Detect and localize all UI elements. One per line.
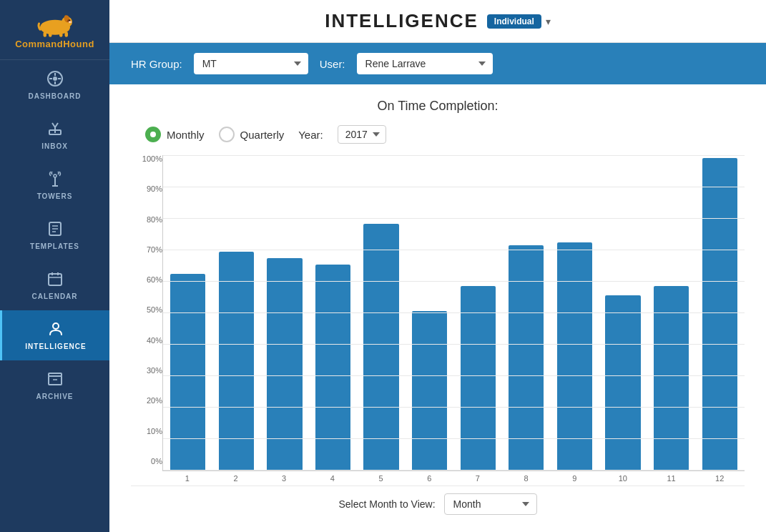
bar[interactable] xyxy=(654,286,689,471)
x-label: 5 xyxy=(359,474,403,483)
svg-rect-6 xyxy=(43,31,46,37)
bar-col xyxy=(456,158,500,471)
bar-col xyxy=(311,158,355,471)
sidebar-item-archive[interactable]: ARCHIVE xyxy=(0,360,109,410)
bar-col xyxy=(262,158,307,471)
archive-icon xyxy=(46,370,64,390)
bar[interactable] xyxy=(267,258,302,471)
x-label: 8 xyxy=(504,474,549,483)
templates-label: TEMPLATES xyxy=(30,242,79,250)
app-logo: CommandHound xyxy=(0,0,109,60)
bar[interactable] xyxy=(605,295,640,471)
hr-group-select[interactable]: MT All Group A Group B xyxy=(194,53,308,74)
bar[interactable] xyxy=(702,158,737,471)
sidebar-item-calendar[interactable]: CALENDAR xyxy=(0,260,109,310)
bar-col xyxy=(166,158,210,471)
main-content: INTELLIGENCE Individual ▾ HR Group: MT A… xyxy=(109,0,766,532)
bar-col xyxy=(408,158,452,471)
sidebar: CommandHound DASHBOARD INBOX TOWERS TEMP… xyxy=(0,0,109,532)
bar[interactable] xyxy=(461,286,496,471)
year-label: Year: xyxy=(298,129,323,141)
sidebar-item-intelligence[interactable]: INTELLIGENCE xyxy=(0,310,109,360)
x-label: 1 xyxy=(165,474,210,483)
towers-icon xyxy=(46,170,64,189)
bar-chart: 100% 90% 80% 70% 60% 50% 40% 30% 20% 10%… xyxy=(131,155,745,483)
x-label: 3 xyxy=(262,474,306,483)
svg-point-4 xyxy=(69,20,70,21)
bar-col xyxy=(649,158,694,471)
svg-rect-9 xyxy=(64,31,68,37)
bar-col xyxy=(359,158,403,471)
user-select[interactable]: Rene Larrave John Doe Jane Smith xyxy=(357,53,493,74)
view-mode-badge[interactable]: Individual xyxy=(487,14,541,29)
chart-area: On Time Completion: Monthly Quarterly Ye… xyxy=(109,84,766,532)
svg-point-5 xyxy=(68,21,72,23)
bar-col xyxy=(504,158,549,471)
filter-bar: HR Group: MT All Group A Group B User: R… xyxy=(109,43,766,84)
chart-title: On Time Completion: xyxy=(131,99,745,114)
svg-point-11 xyxy=(53,77,57,81)
sidebar-item-dashboard[interactable]: DASHBOARD xyxy=(0,60,109,110)
bars-area: 123456789101112 xyxy=(162,155,745,483)
page-header: INTELLIGENCE Individual ▾ xyxy=(109,0,766,43)
sidebar-item-towers[interactable]: TOWERS xyxy=(0,160,109,210)
bar[interactable] xyxy=(170,274,205,471)
templates-icon xyxy=(46,220,64,240)
page-title: INTELLIGENCE xyxy=(325,10,478,32)
inbox-icon xyxy=(46,120,64,139)
bar[interactable] xyxy=(412,311,447,471)
dashboard-icon xyxy=(46,70,64,89)
svg-point-18 xyxy=(54,174,57,177)
archive-label: ARCHIVE xyxy=(36,393,73,400)
x-label: 2 xyxy=(214,474,258,483)
x-label: 11 xyxy=(649,474,694,483)
svg-rect-7 xyxy=(49,33,52,37)
monthly-radio[interactable]: Monthly xyxy=(145,127,205,142)
dashboard-label: DASHBOARD xyxy=(29,92,82,100)
x-label: 7 xyxy=(456,474,500,483)
x-label: 10 xyxy=(601,474,645,483)
bar[interactable] xyxy=(557,242,592,471)
svg-rect-31 xyxy=(49,376,62,385)
svg-rect-25 xyxy=(49,274,62,285)
svg-point-29 xyxy=(53,323,59,329)
month-select[interactable]: Month January February March April May J… xyxy=(444,493,537,515)
calendar-label: CALENDAR xyxy=(31,292,77,300)
chart-controls: Monthly Quarterly Year: 2015 2016 2017 2… xyxy=(131,125,745,144)
x-label: 9 xyxy=(552,474,596,483)
month-selector-label: Select Month to View: xyxy=(338,498,435,510)
quarterly-radio[interactable]: Quarterly xyxy=(219,127,285,142)
year-select[interactable]: 2015 2016 2017 2018 xyxy=(338,125,386,144)
bar[interactable] xyxy=(315,265,350,471)
bar[interactable] xyxy=(219,252,254,471)
x-label: 4 xyxy=(310,474,355,483)
user-label: User: xyxy=(320,58,345,70)
monthly-radio-indicator xyxy=(145,127,161,142)
bar[interactable] xyxy=(363,224,398,471)
x-label: 12 xyxy=(697,474,742,483)
y-axis: 100% 90% 80% 70% 60% 50% 40% 30% 20% 10%… xyxy=(131,155,162,483)
x-label: 6 xyxy=(407,474,451,483)
bar[interactable] xyxy=(509,245,544,471)
quarterly-radio-indicator xyxy=(219,127,235,142)
quarterly-label: Quarterly xyxy=(240,129,285,141)
bar-col xyxy=(697,158,742,471)
hr-group-label: HR Group: xyxy=(131,58,182,70)
towers-label: TOWERS xyxy=(37,192,73,200)
logo-icon xyxy=(34,10,77,37)
bar-col xyxy=(215,158,259,471)
view-mode-dropdown[interactable]: ▾ xyxy=(546,16,551,27)
intelligence-label: INTELLIGENCE xyxy=(25,343,86,350)
monthly-label: Monthly xyxy=(167,129,205,141)
sidebar-item-inbox[interactable]: INBOX xyxy=(0,110,109,160)
month-selector: Select Month to View: Month January Febr… xyxy=(131,486,745,525)
bar-col xyxy=(601,158,645,471)
sidebar-item-templates[interactable]: TEMPLATES xyxy=(0,210,109,260)
x-axis: 123456789101112 xyxy=(162,474,745,483)
bar-col xyxy=(553,158,597,471)
app-name: CommandHound xyxy=(15,39,94,49)
inbox-label: INBOX xyxy=(41,142,68,150)
intelligence-icon xyxy=(47,320,64,340)
bars-wrapper xyxy=(162,155,745,471)
calendar-icon xyxy=(46,270,64,290)
